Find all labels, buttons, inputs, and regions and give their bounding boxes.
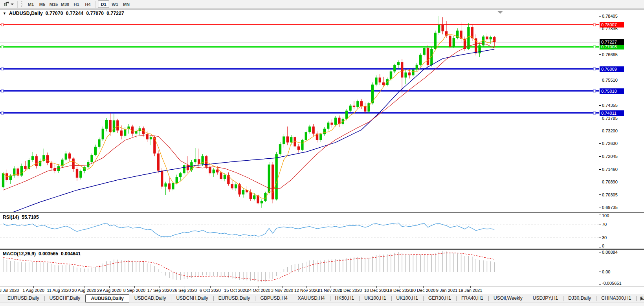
- chart-tool-group[interactable]: [2, 1, 15, 7]
- candle-body: [301, 140, 303, 150]
- chart-shift-marker-icon[interactable]: [497, 11, 503, 14]
- candle-body: [441, 25, 444, 31]
- candle-body: [412, 70, 414, 75]
- line-handle[interactable]: [593, 24, 596, 26]
- chart-tab-usoil-weekly[interactable]: USOil,Weekly: [488, 294, 528, 302]
- chart-tab-hk50-h1[interactable]: HK50,H1: [330, 294, 360, 302]
- price-tick-label: 0.76665: [602, 52, 618, 57]
- price-chart-canvas[interactable]: 0.784050.778350.766650.755100.743550.737…: [0, 9, 644, 213]
- timeframe-button-h1[interactable]: H1: [71, 0, 82, 8]
- line-handle[interactable]: [1, 90, 4, 92]
- timeframe-button-m15[interactable]: M15: [48, 0, 59, 8]
- timeframe-button-m5[interactable]: M5: [37, 0, 48, 8]
- candle-body: [349, 106, 351, 111]
- candle-body: [24, 166, 26, 169]
- candle-body: [312, 126, 314, 134]
- chart-tab-eurusd-daily[interactable]: EURUSD,Daily: [2, 294, 44, 302]
- chart-tab-usdcad-daily[interactable]: USDCAD,Daily: [129, 294, 171, 302]
- chart-tab-usdchf-daily[interactable]: USDCHF,Daily: [44, 294, 86, 302]
- macd-indicator-pane[interactable]: 0.008840.00-0.005651 MACD(12,26,9) 0.003…: [0, 250, 644, 286]
- price-badge-0.75010: 0.75010: [600, 88, 624, 94]
- chart-tab-ger30-h1[interactable]: GER30,H1: [423, 294, 456, 302]
- price-tick-label: 0.70305: [602, 192, 618, 197]
- candle-body: [153, 137, 156, 154]
- timeframe-button-h4[interactable]: H4: [82, 0, 94, 8]
- candle-body: [453, 38, 455, 46]
- time-axis[interactable]: 23 Jul 20201 Aug 202011 Aug 202020 Aug 2…: [0, 286, 644, 294]
- chart-tab-usdcnh-daily[interactable]: USDCNH,Daily: [171, 294, 213, 302]
- line-handle[interactable]: [1, 24, 4, 26]
- candle-body: [390, 71, 392, 79]
- chart-tab-uk100-h1[interactable]: UK100,H1: [359, 294, 391, 302]
- candle-body: [235, 184, 237, 188]
- macd-name: MACD(12,26,9): [3, 251, 36, 257]
- timeframe-button-m1[interactable]: M1: [25, 0, 37, 8]
- ohlc-high: 0.77244: [66, 11, 84, 16]
- candle-body: [209, 167, 211, 173]
- tab-scroll-right-icon[interactable]: [640, 297, 643, 301]
- rsi-line: [3, 223, 494, 237]
- chart-tab-fra40-h1[interactable]: FRA40,H1: [456, 294, 488, 302]
- price-tick-label: 0.74355: [602, 103, 618, 108]
- chart-tab-usdjpy-h1[interactable]: USDJPY,H1: [528, 294, 563, 302]
- price-tick-label: 0.69735: [602, 205, 618, 210]
- macd-main-value: 0.003565: [39, 251, 58, 257]
- chart-tab-china300-h1[interactable]: CHINA300,H1: [596, 294, 636, 302]
- chart-tab-xauusd-h4[interactable]: XAUUSD,H4: [293, 294, 330, 302]
- candle-body: [404, 73, 407, 78]
- candle-body: [353, 106, 355, 107]
- candle-body: [375, 77, 377, 84]
- chart-tab-gbpusd-h4[interactable]: GBPUSD,H4: [255, 294, 292, 302]
- candle-body: [50, 163, 52, 168]
- line-handle[interactable]: [1, 112, 4, 114]
- rsi-indicator-pane[interactable]: 10070300 RSI(14) 55.7105: [0, 213, 644, 249]
- line-handle[interactable]: [1, 46, 4, 48]
- candle-body: [305, 132, 307, 140]
- chart-tab-eurusd-daily[interactable]: EURUSD,Daily: [213, 294, 255, 302]
- candle-body: [198, 159, 200, 164]
- chart-tab-uk100-h1[interactable]: UK100,H1: [391, 294, 423, 302]
- candle-body: [2, 173, 4, 187]
- candle-body: [490, 37, 492, 40]
- candle-body: [161, 170, 163, 186]
- macd-canvas[interactable]: 0.008840.00-0.005651: [0, 250, 644, 286]
- candle-body: [327, 123, 329, 129]
- candle-body: [379, 77, 381, 82]
- candle-body: [401, 62, 403, 77]
- candle-body: [194, 159, 196, 162]
- timeframe-button-mn[interactable]: MN: [121, 0, 132, 8]
- line-handle[interactable]: [593, 46, 596, 48]
- candle-body: [364, 106, 366, 111]
- chart-title: ▼ AUDUSD,Daily 0.77070 0.77244 0.77070 0…: [3, 11, 124, 16]
- rsi-canvas[interactable]: 10070300: [0, 213, 644, 249]
- line-handle[interactable]: [1, 68, 4, 70]
- price-tick-label: 0.72045: [602, 154, 618, 159]
- macd-tick-label: -0.005651: [602, 281, 622, 286]
- macd-signal-value: 0.004641: [61, 251, 81, 257]
- price-chart-pane[interactable]: 0.784050.778350.766650.755100.743550.737…: [0, 9, 644, 212]
- symbol-title: AUDUSD,Daily: [9, 11, 43, 16]
- candle-body: [216, 170, 218, 172]
- chart-tab-dj30-daily[interactable]: DJ30,Daily: [563, 294, 596, 302]
- chart-tab-audusd-daily[interactable]: AUDUSD,Daily: [85, 294, 129, 302]
- line-handle[interactable]: [593, 112, 596, 114]
- candle-body: [150, 137, 152, 139]
- title-dropdown-arrow-icon[interactable]: ▼: [3, 11, 6, 16]
- candle-body: [176, 177, 178, 183]
- ohlc-open: 0.77070: [46, 11, 63, 16]
- timeframe-button-m30[interactable]: M30: [59, 0, 71, 8]
- timeframe-button-w1[interactable]: W1: [109, 0, 121, 8]
- candle-body: [408, 73, 411, 75]
- timeframe-button-group: M1M5M15M30H1H4D1W1MN: [25, 0, 132, 8]
- line-handle[interactable]: [593, 68, 596, 70]
- candle-body: [46, 155, 49, 163]
- line-handle[interactable]: [593, 90, 596, 92]
- candle-body: [113, 120, 115, 132]
- timeframe-button-d1[interactable]: D1: [98, 0, 109, 8]
- price-tick-label: 0.71460: [602, 167, 618, 172]
- candle-body: [416, 65, 418, 70]
- candle-body: [434, 33, 437, 49]
- candle-body: [356, 101, 359, 107]
- toolbar-grip-handle[interactable]: [21, 1, 22, 7]
- candle-body: [475, 38, 477, 53]
